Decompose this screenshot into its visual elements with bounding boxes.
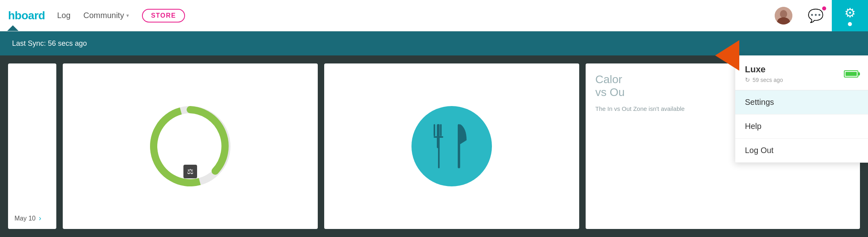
community-chevron-icon: ▾ [126,12,129,18]
dashboard-content: May 10 › ⚖ [0,55,868,237]
dropdown-logout-item[interactable]: Log Out [735,139,868,163]
nav-log[interactable]: Log [57,11,70,20]
nav-right: 💬 ⚙ [767,0,868,31]
svg-point-1 [780,10,787,18]
settings-button[interactable]: ⚙ [832,0,868,31]
avatar [775,7,792,25]
steps-card: ⚖ [63,63,318,229]
dropdown-menu: Luxe ↻ 59 secs ago Settings Help Log Out [735,55,868,163]
store-button[interactable]: STORE [142,9,185,22]
dropdown-header: Luxe ↻ 59 secs ago [735,55,868,90]
avatar-button[interactable] [767,0,800,31]
date-navigator[interactable]: May 10 › [14,214,50,223]
battery-fill [845,72,857,76]
nav-links: Log Community ▾ STORE [57,9,185,22]
svg-rect-5 [440,124,442,136]
steps-circle: ⚖ [150,106,230,186]
device-info: Luxe ↻ 59 secs ago [745,64,783,84]
messages-button[interactable]: 💬 [800,0,832,31]
scale-icon: ⚖ [183,165,197,178]
svg-rect-8 [458,124,460,168]
food-icon-circle [411,106,492,186]
dropdown-help-item[interactable]: Help [735,114,868,139]
device-name: Luxe [745,64,783,75]
notification-dot [848,22,852,26]
sync-text: Last Sync: 56 secs ago [12,39,87,48]
sync-time: 59 secs ago [753,77,783,83]
brand-text: hboard [8,9,49,22]
nav-active-indicator [7,25,19,31]
nav-community[interactable]: Community ▾ [83,11,129,20]
battery-indicator [844,70,858,78]
food-card [324,63,579,229]
date-next-icon[interactable]: › [39,214,41,223]
sync-info: ↻ 59 secs ago [745,76,783,84]
dropdown-settings-item[interactable]: Settings [735,90,868,114]
arrow-pointer-icon [715,40,739,71]
fork-knife-svg [430,120,474,172]
battery-body [844,70,858,78]
community-label: Community [83,11,124,20]
navbar: hboard Log Community ▾ STORE 💬 ⚙ [0,0,868,31]
sync-icon: ↻ [745,76,750,84]
message-badge [822,6,826,10]
date-card: May 10 › [8,63,56,229]
svg-rect-4 [434,124,435,136]
gear-icon: ⚙ [844,5,856,20]
message-icon: 💬 [808,8,824,23]
date-label: May 10 [14,215,35,222]
svg-rect-7 [438,124,440,168]
